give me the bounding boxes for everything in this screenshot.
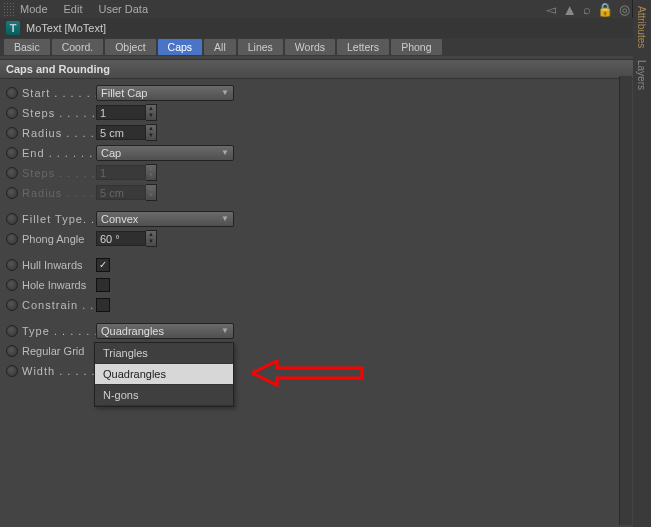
radio-hole[interactable] <box>6 279 18 291</box>
row-hull-inwards: Hull Inwards ✓ <box>6 255 627 274</box>
section-header: Caps and Rounding <box>0 59 633 79</box>
label-regular: Regular Grid <box>22 345 96 357</box>
label-end: End . . . . . . . <box>22 147 96 159</box>
label-start: Start . . . . . . <box>22 87 96 99</box>
tab-object[interactable]: Object <box>105 39 155 55</box>
label-fillet: Fillet Type. . <box>22 213 96 225</box>
check-hull[interactable]: ✓ <box>96 258 110 272</box>
type-dropdown-open: Triangles Quadrangles N-gons <box>94 342 234 407</box>
label-hull: Hull Inwards <box>22 259 96 271</box>
type-option-ngons[interactable]: N-gons <box>95 385 233 406</box>
row-radius: Radius . . . . ▲▼ <box>6 123 627 142</box>
spinner-steps2: ▲▼ <box>146 164 157 181</box>
object-title-row: T MoText [MoText] <box>0 18 633 38</box>
tab-caps[interactable]: Caps <box>158 39 203 55</box>
radio-width[interactable] <box>6 365 18 377</box>
input-phong[interactable] <box>96 231 146 246</box>
menubar: Mode Edit User Data ◅ ▲ ⌕ 🔒 ◎ ⊞ <box>0 0 651 18</box>
tab-words[interactable]: Words <box>285 39 335 55</box>
radio-radius[interactable] <box>6 127 18 139</box>
label-hole: Hole Inwards <box>22 279 96 291</box>
spinner-phong[interactable]: ▲▼ <box>146 230 157 247</box>
label-radius2: Radius . . . . <box>22 187 96 199</box>
row-constrain: Constrain . . . <box>6 295 627 314</box>
tab-lines[interactable]: Lines <box>238 39 283 55</box>
radio-steps[interactable] <box>6 107 18 119</box>
chevron-down-icon: ▼ <box>221 148 229 157</box>
type-option-triangles[interactable]: Triangles <box>95 343 233 364</box>
radio-type[interactable] <box>6 325 18 337</box>
label-width: Width . . . . . . <box>22 365 96 377</box>
back-icon[interactable]: ◅ <box>546 2 556 17</box>
tab-letters[interactable]: Letters <box>337 39 389 55</box>
label-constrain: Constrain . . . <box>22 299 96 311</box>
row-fillet-type: Fillet Type. . Convex▼ <box>6 209 627 228</box>
search-icon[interactable]: ⌕ <box>583 2 591 17</box>
type-option-quadrangles[interactable]: Quadrangles <box>95 364 233 385</box>
row-radius2: Radius . . . . ▲▼ <box>6 183 627 202</box>
radio-regular[interactable] <box>6 345 18 357</box>
label-phong: Phong Angle <box>22 233 96 245</box>
lock-icon[interactable]: 🔒 <box>597 2 613 17</box>
tab-all[interactable]: All <box>204 39 236 55</box>
tab-coord[interactable]: Coord. <box>52 39 104 55</box>
spinner-radius[interactable]: ▲▼ <box>146 124 157 141</box>
dropdown-type[interactable]: Quadrangles▼ <box>96 323 234 339</box>
input-steps2 <box>96 165 146 180</box>
grip-icon <box>3 2 15 16</box>
row-phong-angle: Phong Angle ▲▼ <box>6 229 627 248</box>
radio-end[interactable] <box>6 147 18 159</box>
dropdown-end[interactable]: Cap▼ <box>96 145 234 161</box>
label-steps2: Steps . . . . . <box>22 167 96 179</box>
label-type: Type . . . . . . <box>22 325 96 337</box>
radio-start[interactable] <box>6 87 18 99</box>
chevron-down-icon: ▼ <box>221 214 229 223</box>
object-title: MoText [MoText] <box>26 22 106 34</box>
tab-phong[interactable]: Phong <box>391 39 441 55</box>
attribute-tabs: Basic Coord. Object Caps All Lines Words… <box>0 38 633 56</box>
chevron-down-icon: ▼ <box>221 326 229 335</box>
radio-radius2 <box>6 187 18 199</box>
radio-fillet[interactable] <box>6 213 18 225</box>
radio-steps2 <box>6 167 18 179</box>
dropdown-start[interactable]: Fillet Cap▼ <box>96 85 234 101</box>
dropdown-fillet[interactable]: Convex▼ <box>96 211 234 227</box>
row-steps2: Steps . . . . . ▲▼ <box>6 163 627 182</box>
input-radius[interactable] <box>96 125 146 140</box>
radio-constrain[interactable] <box>6 299 18 311</box>
spinner-radius2: ▲▼ <box>146 184 157 201</box>
tab-basic[interactable]: Basic <box>4 39 50 55</box>
row-hole-inwards: Hole Inwards <box>6 275 627 294</box>
spinner-steps[interactable]: ▲▼ <box>146 104 157 121</box>
check-hole[interactable] <box>96 278 110 292</box>
row-end: End . . . . . . . Cap▼ <box>6 143 627 162</box>
row-steps: Steps . . . . . ▲▼ <box>6 103 627 122</box>
caps-panel: Start . . . . . . Fillet Cap▼ Steps . . … <box>0 79 633 385</box>
motext-icon: T <box>6 21 20 35</box>
side-tabs: Attributes Layers <box>632 0 651 527</box>
menu-userdata[interactable]: User Data <box>99 3 149 15</box>
label-steps: Steps . . . . . <box>22 107 96 119</box>
chevron-down-icon: ▼ <box>221 88 229 97</box>
input-radius2 <box>96 185 146 200</box>
nav-icon[interactable]: ▲ <box>562 1 577 18</box>
side-tab-layers[interactable]: Layers <box>633 54 650 96</box>
check-constrain[interactable] <box>96 298 110 312</box>
row-start: Start . . . . . . Fillet Cap▼ <box>6 83 627 102</box>
label-radius: Radius . . . . <box>22 127 96 139</box>
target-icon[interactable]: ◎ <box>619 2 630 17</box>
menu-mode[interactable]: Mode <box>20 3 48 15</box>
row-type: Type . . . . . . Quadrangles▼ <box>6 321 627 340</box>
side-tab-attributes[interactable]: Attributes <box>633 0 650 54</box>
menu-edit[interactable]: Edit <box>64 3 83 15</box>
radio-hull[interactable] <box>6 259 18 271</box>
radio-phong[interactable] <box>6 233 18 245</box>
scrollbar[interactable] <box>619 76 632 525</box>
input-steps[interactable] <box>96 105 146 120</box>
